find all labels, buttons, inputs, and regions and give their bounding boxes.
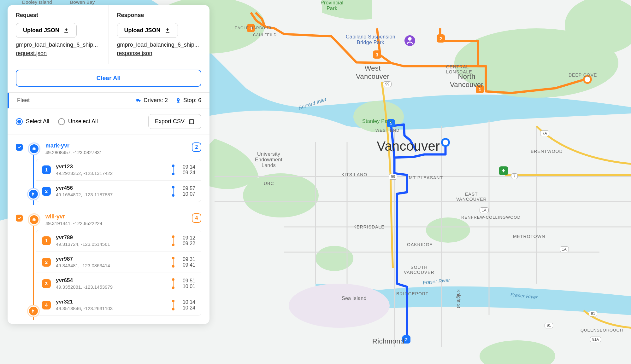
- stop-coords: 49.2923352, -123.1317422: [56, 170, 167, 176]
- driver-name[interactable]: mark-yvr: [45, 142, 187, 149]
- stop-number: 1: [42, 165, 51, 174]
- stop-coords: 49.313724, -123.0514561: [56, 241, 167, 247]
- driver-start-icon: [28, 213, 40, 226]
- label-ubc: UBC: [264, 181, 274, 186]
- driver-coords: 49.2808457, -123.0827831: [45, 150, 187, 155]
- request-column: Request Upload JSON gmpro_load_balancing…: [8, 5, 109, 64]
- road-badge: 99: [383, 81, 392, 87]
- driver-checkbox[interactable]: [16, 144, 23, 151]
- svg-point-1: [289, 284, 390, 328]
- stop-number: 3: [42, 279, 51, 288]
- label-dooley: Dooley Island: [22, 0, 52, 5]
- poi-capilano-icon[interactable]: [404, 35, 415, 46]
- stop-times: 09:51 10:01: [183, 278, 195, 289]
- radio-icon: [58, 118, 65, 125]
- road-badge: 1A: [480, 207, 489, 213]
- label-bowen: Bowen Bay: [70, 0, 95, 5]
- upload-response-button[interactable]: Upload JSON: [117, 23, 178, 38]
- label-vancouver: Vancouver: [377, 139, 440, 154]
- stops-list: 1 yvr123 49.2923352, -123.1317422 09:14 …: [36, 159, 201, 202]
- flag-icon: [31, 192, 36, 196]
- road-badge: 7: [511, 173, 518, 179]
- stop-times: 10:14 10:24: [183, 299, 195, 311]
- stop-row[interactable]: 2 yvr987 49.343481, -123.0863414 09:31 0…: [36, 251, 201, 273]
- control-panel: Request Upload JSON gmpro_load_balancing…: [8, 5, 209, 324]
- label-oakridge: OAKRIDGE: [407, 242, 433, 247]
- time-range-icon: [172, 278, 174, 289]
- time-range-icon: [172, 186, 174, 197]
- stop-row[interactable]: 1 yvr789 49.313724, -123.0514561 09:12 0…: [36, 230, 201, 251]
- map-marker-orange-2[interactable]: 2: [437, 34, 445, 43]
- clear-row: Clear All: [8, 64, 209, 93]
- label-provincial-park: Provincial Park: [321, 0, 343, 11]
- upload-section: Request Upload JSON gmpro_load_balancing…: [8, 5, 209, 64]
- csv-icon: [188, 118, 195, 125]
- label-stanley-park: Stanley Park: [362, 118, 392, 124]
- road-badge: 91: [589, 311, 597, 316]
- driver-stop-count: 2: [192, 142, 201, 152]
- stop-coords: 49.3513846, -123.2631103: [56, 306, 167, 311]
- stop-number: 2: [42, 258, 51, 267]
- car-icon: [32, 217, 37, 222]
- label-central-lonsdale: CENTRAL LONSDALE: [446, 64, 472, 74]
- select-all-radio[interactable]: Select All: [16, 118, 49, 125]
- map-marker-orange-3[interactable]: 3: [373, 50, 381, 59]
- label-deep-cove: DEEP COVE: [569, 72, 597, 78]
- clear-all-button[interactable]: Clear All: [16, 70, 201, 87]
- pin-icon: [175, 98, 182, 103]
- drivers-list: mark-yvr 49.2808457, -123.0827831 2 1 yv…: [8, 135, 209, 324]
- label-eagle-harbour: EAGLE HARBOUR: [235, 26, 271, 30]
- radio-icon: [16, 118, 23, 125]
- unselect-all-radio[interactable]: Unselect All: [58, 118, 98, 125]
- label-north-vancouver: North Vancouver: [450, 72, 483, 89]
- driver-checkbox[interactable]: [16, 215, 23, 222]
- stop-id: yvr789: [56, 234, 167, 241]
- stop-row[interactable]: 1 yvr123 49.2923352, -123.1317422 09:14 …: [36, 159, 201, 180]
- flag-icon: [31, 309, 36, 313]
- label-brentwood: BRENTWOOD: [531, 149, 563, 154]
- road-badge: 1A: [560, 246, 569, 252]
- road-badge: 99: [389, 174, 397, 180]
- fleet-title: Fleet: [17, 97, 30, 104]
- stop-row[interactable]: 4 yvr321 49.3513846, -123.2631103 10:14 …: [36, 294, 201, 315]
- export-csv-button[interactable]: Export CSV: [148, 114, 201, 129]
- drivers-count: Drivers: 2: [135, 97, 168, 104]
- selection-row: Select All Unselect All Export CSV: [8, 108, 209, 135]
- svg-point-8: [426, 217, 470, 243]
- request-link[interactable]: request.json: [16, 50, 47, 57]
- label-bridgeport: BRIDGEPORT: [396, 291, 428, 296]
- driver-start-icon: [28, 142, 40, 155]
- stop-times: 09:14 09:24: [183, 164, 195, 176]
- stop-number: 4: [42, 301, 51, 309]
- truck-icon: [135, 98, 142, 103]
- label-kitsilano: KITSILANO: [341, 172, 367, 177]
- upload-icon: [63, 27, 69, 34]
- stops-list: 1 yvr789 49.313724, -123.0514561 09:12 0…: [36, 230, 201, 316]
- map-pin-start-blue[interactable]: [441, 138, 450, 147]
- driver-block-mark: mark-yvr 49.2808457, -123.0827831 2 1 yv…: [8, 139, 209, 204]
- road-badge: 7A: [540, 130, 549, 136]
- svg-point-7: [316, 246, 353, 271]
- time-range-icon: [172, 300, 174, 310]
- label-knight-st: Knight St: [456, 289, 461, 308]
- label-queensborough: QUEENSBOROUGH: [581, 328, 623, 332]
- stop-number: 2: [42, 187, 51, 196]
- label-metrotown: METROTOWN: [513, 234, 545, 239]
- label-richmond: Richmond: [372, 337, 404, 345]
- stop-id: yvr321: [56, 299, 167, 305]
- label-south-vancouver: SOUTH VANCOUVER: [404, 265, 434, 275]
- stop-coords: 49.343481, -123.0863414: [56, 263, 167, 268]
- stop-id: yvr654: [56, 277, 167, 284]
- driver-name[interactable]: will-yvr: [45, 213, 187, 220]
- response-link[interactable]: response.json: [117, 50, 152, 57]
- stop-id: yvr456: [56, 185, 167, 191]
- stop-row[interactable]: 3 yvr654 49.3352081, -123.1453979 09:51 …: [36, 273, 201, 294]
- stop-row[interactable]: 2 yvr456 49.1654802, -123.1187887 09:57 …: [36, 180, 201, 202]
- road-badge: 91: [545, 323, 553, 328]
- request-filename: gmpro_load_balancing_6_ship...: [16, 42, 100, 48]
- driver-coords: 49.3191441, -122.9522224: [45, 221, 187, 226]
- fleet-header: Fleet Drivers: 2 Stop: 6: [8, 93, 209, 108]
- upload-request-button[interactable]: Upload JSON: [16, 23, 77, 38]
- time-range-icon: [172, 235, 174, 246]
- stop-times: 09:31 09:41: [183, 257, 195, 268]
